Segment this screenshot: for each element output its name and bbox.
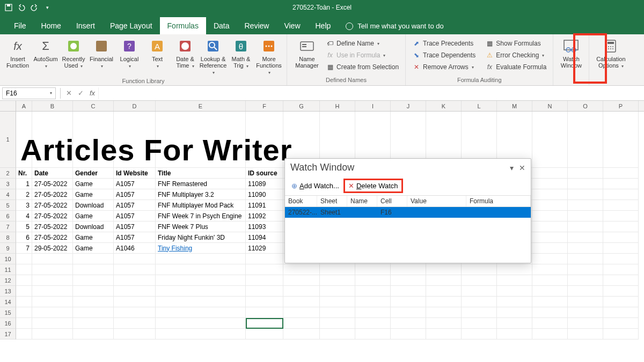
cell[interactable] [568,189,603,200]
ww-col-value[interactable]: Value [407,196,466,206]
cell[interactable] [246,329,283,339]
cell[interactable] [603,232,639,243]
cell[interactable] [426,286,462,297]
cell[interactable]: 27-05-2022 [32,189,73,200]
row-header-5[interactable]: 5 [0,200,16,211]
cell[interactable] [532,179,568,189]
cell[interactable] [603,221,639,232]
row-header-8[interactable]: 8 [0,232,16,243]
cell[interactable] [532,112,568,168]
cell[interactable] [283,307,320,318]
cell[interactable] [532,286,568,297]
insert-function-button[interactable]: fx Insert Function [4,36,31,70]
cell[interactable]: 27-05-2022 [32,211,73,221]
cell[interactable] [603,211,639,221]
cell[interactable]: Download [73,200,114,211]
cell[interactable] [156,318,246,329]
cell[interactable]: 29-05-2022 [32,243,73,254]
cell[interactable]: 11089 [246,179,283,189]
cell[interactable]: Game [73,211,114,221]
cell[interactable] [603,318,639,329]
cell[interactable]: 27-05-2022 [32,179,73,189]
row-header-16[interactable]: 16 [0,318,16,329]
col-header-L[interactable]: L [462,101,497,111]
cell[interactable] [156,254,246,264]
cell[interactable] [320,297,355,307]
cell[interactable] [355,329,391,339]
cell[interactable] [114,318,156,329]
ww-col-name[interactable]: Name [347,196,377,206]
cell[interactable] [73,275,114,286]
row-header-15[interactable]: 15 [0,307,16,318]
cell[interactable] [426,264,462,275]
watch-window-titlebar[interactable]: Watch Window ▾ ✕ [285,159,531,176]
cell[interactable]: 27-05-2022 [32,232,73,243]
cell[interactable]: FNF Week 7 in Psych Engine [156,211,246,221]
cell[interactable] [568,211,603,221]
table-header[interactable]: Gender [73,168,114,179]
close-icon[interactable]: ✕ [519,164,525,172]
table-header[interactable]: Id Website [114,168,156,179]
cell[interactable] [391,264,426,275]
cell[interactable] [497,329,532,339]
table-header[interactable]: ID source [246,168,283,179]
tab-data[interactable]: Data [206,17,237,34]
cell[interactable] [603,286,639,297]
cancel-formula-button[interactable]: ✕ [63,87,75,99]
cell[interactable]: A1057 [114,211,156,221]
cell[interactable] [462,286,497,297]
cell[interactable]: Download [73,221,114,232]
col-header-H[interactable]: H [320,101,355,111]
cell[interactable] [355,264,391,275]
cell[interactable] [32,297,73,307]
cell[interactable] [603,112,639,168]
cell[interactable] [532,243,568,254]
cell[interactable] [114,286,156,297]
tab-page-layout[interactable]: Page Layout [103,17,160,34]
cell[interactable] [320,329,355,339]
cell[interactable] [426,318,462,329]
cell[interactable] [497,318,532,329]
row-header-2[interactable]: 2 [0,168,16,179]
cell[interactable] [532,232,568,243]
cell[interactable]: FNF Multiplayer 3.2 [156,189,246,200]
cell[interactable] [532,329,568,339]
cell[interactable] [73,286,114,297]
col-header-M[interactable]: M [497,101,532,111]
col-header-B[interactable]: B [32,101,73,111]
cell[interactable]: 11094 [246,232,283,243]
cell[interactable] [156,264,246,275]
cell[interactable] [603,264,639,275]
cell[interactable] [73,307,114,318]
cell[interactable] [283,286,320,297]
row-header-7[interactable]: 7 [0,221,16,232]
cell[interactable]: 11093 [246,221,283,232]
cell[interactable] [114,329,156,339]
cell[interactable] [283,318,320,329]
cell[interactable] [532,221,568,232]
cell[interactable] [568,275,603,286]
error-checking-button[interactable]: ⚠Error Checking▾ [483,49,548,61]
selected-cell[interactable] [246,318,283,329]
lookup-button[interactable]: Lookup & Reference ▾ [200,36,226,77]
cell[interactable] [497,286,532,297]
cell[interactable]: Articles For Writer [16,112,32,168]
cell[interactable] [532,275,568,286]
cell[interactable] [16,307,32,318]
cell[interactable] [532,211,568,221]
cell[interactable] [391,307,426,318]
cell[interactable] [114,297,156,307]
cell[interactable] [568,221,603,232]
tab-insert[interactable]: Insert [69,17,103,34]
cell[interactable] [603,200,639,211]
financial-button[interactable]: Financial▾ [88,36,115,70]
cell[interactable]: 4 [16,211,32,221]
tab-file[interactable]: File [6,17,34,34]
row-header-10[interactable]: 10 [0,254,16,264]
collapse-icon[interactable]: ▾ [510,164,514,172]
cell[interactable] [532,307,568,318]
row-header-17[interactable]: 17 [0,329,16,339]
cell[interactable]: Tiny Fishing [156,243,246,254]
row-header-11[interactable]: 11 [0,264,16,275]
cell[interactable] [16,318,32,329]
